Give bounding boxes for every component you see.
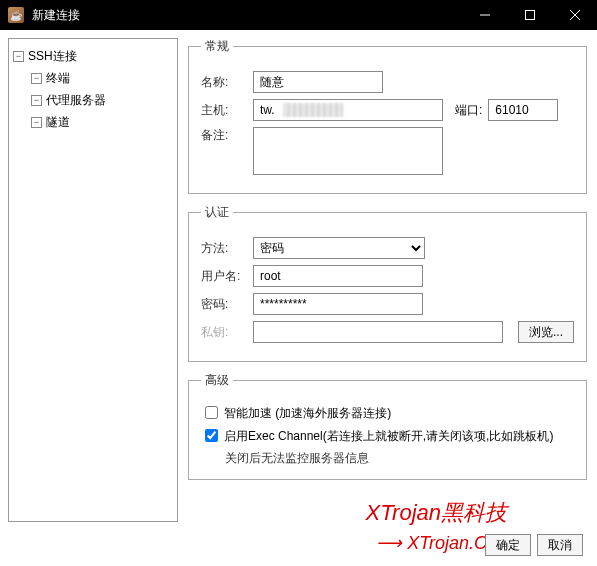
port-input[interactable] <box>488 99 558 121</box>
browse-button[interactable]: 浏览... <box>518 321 574 343</box>
svg-rect-1 <box>525 11 534 20</box>
host-label: 主机: <box>201 102 253 119</box>
app-icon: ☕ <box>8 7 24 23</box>
close-button[interactable] <box>552 0 597 30</box>
pass-input[interactable] <box>253 293 423 315</box>
remark-label: 备注: <box>201 127 253 144</box>
method-label: 方法: <box>201 240 253 257</box>
smart-accel-checkbox[interactable] <box>205 406 218 419</box>
censored-region <box>283 103 343 117</box>
collapse-icon[interactable]: − <box>31 117 42 128</box>
cancel-button[interactable]: 取消 <box>537 534 583 556</box>
exec-channel-checkbox[interactable] <box>205 429 218 442</box>
auth-legend: 认证 <box>201 204 233 221</box>
name-input[interactable] <box>253 71 383 93</box>
window-title: 新建连接 <box>32 7 462 24</box>
exec-channel-label: 启用Exec Channel(若连接上就被断开,请关闭该项,比如跳板机) <box>224 427 553 445</box>
watermark-text2: ⟶ XTrojan.C <box>376 532 487 554</box>
sidebar-tree: − SSH连接 − 终端 − 代理服务器 − 隧道 <box>8 38 178 522</box>
host-input[interactable] <box>253 99 443 121</box>
collapse-icon[interactable]: − <box>13 51 24 62</box>
tree-item-tunnel[interactable]: − 隧道 <box>31 111 173 133</box>
tree-root-ssh[interactable]: − SSH连接 <box>13 45 173 67</box>
general-legend: 常规 <box>201 38 233 55</box>
user-input[interactable] <box>253 265 423 287</box>
advanced-group: 高级 智能加速 (加速海外服务器连接) 启用Exec Channel(若连接上就… <box>188 372 587 480</box>
user-label: 用户名: <box>201 268 253 285</box>
tree-item-terminal[interactable]: − 终端 <box>31 67 173 89</box>
advanced-legend: 高级 <box>201 372 233 389</box>
tree-label: 隧道 <box>46 113 70 131</box>
remark-textarea[interactable] <box>253 127 443 175</box>
name-label: 名称: <box>201 74 253 91</box>
auth-group: 认证 方法: 密码 用户名: 密码: 私钥: 浏览... <box>188 204 587 362</box>
general-group: 常规 名称: 主机: 端口: 备注: <box>188 38 587 194</box>
collapse-icon[interactable]: − <box>31 73 42 84</box>
tree-label: 终端 <box>46 69 70 87</box>
ok-button[interactable]: 确定 <box>485 534 531 556</box>
titlebar: ☕ 新建连接 <box>0 0 597 30</box>
minimize-button[interactable] <box>462 0 507 30</box>
exec-note: 关闭后无法监控服务器信息 <box>225 450 574 467</box>
key-input <box>253 321 503 343</box>
collapse-icon[interactable]: − <box>31 95 42 106</box>
tree-label: 代理服务器 <box>46 91 106 109</box>
method-select[interactable]: 密码 <box>253 237 425 259</box>
maximize-button[interactable] <box>507 0 552 30</box>
key-label: 私钥: <box>201 324 253 341</box>
pass-label: 密码: <box>201 296 253 313</box>
port-label: 端口: <box>455 102 482 119</box>
tree-item-proxy[interactable]: − 代理服务器 <box>31 89 173 111</box>
watermark-text: XTrojan黑科技 <box>366 498 507 528</box>
smart-accel-label: 智能加速 (加速海外服务器连接) <box>224 404 391 422</box>
arrow-icon: ⟶ <box>376 533 402 553</box>
tree-label: SSH连接 <box>28 47 77 65</box>
